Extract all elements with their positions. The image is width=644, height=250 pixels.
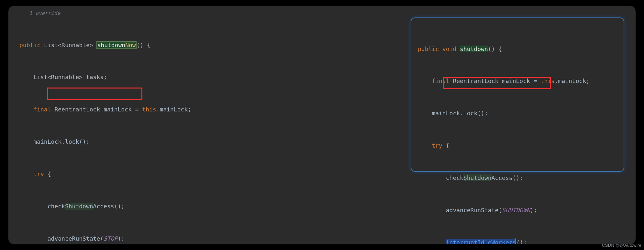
dot-mainlock: .mainLock;: [156, 106, 191, 113]
r-signature-line: public void shutdown() {: [418, 44, 624, 54]
r-check-hl: Shutdown: [463, 174, 492, 181]
line-mainlock-decl: final ReentrantLock mainLock = this.main…: [19, 104, 416, 115]
method-shutdownnow: shutdownNow: [96, 41, 136, 49]
check-prefix: check: [48, 203, 65, 210]
line-try: try {: [19, 169, 416, 179]
r-mainlock-decl: final ReentrantLock mainLock = this.main…: [418, 76, 624, 86]
r-line-advance: advanceRunState(SHUTDOWN);: [418, 205, 624, 215]
kw-this: this: [142, 106, 156, 113]
r-kw-try: try: [432, 142, 442, 149]
editor-frame: 1 override public List<Runnable> shutdow…: [8, 6, 636, 244]
type-runnable: Runnable: [61, 42, 90, 48]
brace-open: {: [44, 171, 51, 177]
right-code-panel[interactable]: public void shutdown() { final Reentrant…: [411, 17, 624, 172]
r-kw-this: this: [540, 78, 554, 84]
decl-tasks: List<Runnable> tasks;: [33, 74, 107, 80]
adv-const-stop: STOP: [104, 235, 117, 242]
kw-final: final: [33, 106, 51, 113]
hl-now: Now: [125, 42, 136, 48]
r-line-interruptidle: interruptIdleWorkers();: [418, 237, 624, 244]
r-adv: advanceRunState(: [446, 207, 502, 214]
type-reentrantlock: ReentrantLock: [54, 106, 100, 113]
r-method-shutdown: shutdown: [460, 46, 488, 52]
r-interruptidleworkers: interruptIdleWorkers: [446, 239, 516, 244]
r-var-mainlock: mainLock: [502, 78, 530, 84]
kw-try: try: [33, 171, 44, 177]
sig-tail: () {: [137, 42, 150, 48]
adv: advanceRunState(: [48, 235, 104, 242]
r-brace-open: {: [442, 142, 450, 149]
check-suffix: Access();: [93, 203, 125, 210]
kw-public: public: [19, 42, 40, 48]
r-kw-final: final: [432, 78, 449, 84]
r-eq: =: [530, 78, 541, 84]
r-line-checkaccess: checkShutdownAccess();: [418, 172, 624, 183]
hl-shutdown: shutdown: [97, 42, 125, 48]
r-lock-call: mainLock.lock();: [432, 110, 488, 117]
check-hl: Shutdown: [65, 203, 93, 210]
line-advance: advanceRunState(STOP);: [19, 233, 416, 244]
r-sig-tail: () {: [488, 46, 502, 52]
left-code-block[interactable]: public List<Runnable> shutdownNow() { Li…: [19, 18, 416, 244]
r-dot-mainlock: .mainLock;: [555, 78, 590, 84]
line-lock: mainLock.lock();: [19, 136, 416, 147]
line-decl-tasks: List<Runnable> tasks;: [19, 72, 416, 82]
r-check-suffix: Access();: [492, 174, 523, 181]
r-line-try: try {: [418, 140, 624, 151]
r-kw-public: public: [418, 46, 439, 52]
watermark: CSDN @@Autowire: [602, 242, 641, 249]
override-hint: 1 override: [29, 8, 60, 18]
r-adv-tail: );: [530, 207, 537, 214]
adv-tail: );: [117, 235, 125, 242]
lock-call: mainLock.lock();: [33, 138, 89, 145]
r-adv-const-shutdown: SHUTDOWN: [502, 207, 530, 214]
var-mainlock: mainLock: [104, 106, 132, 113]
type-list: List: [44, 42, 58, 48]
canvas: 1 override public List<Runnable> shutdow…: [0, 0, 644, 250]
left-signature-line: public List<Runnable> shutdownNow() {: [19, 40, 416, 50]
r-check-prefix: check: [446, 174, 463, 181]
r-type-lock: ReentrantLock: [453, 78, 498, 84]
r-line-lock: mainLock.lock();: [418, 108, 624, 119]
line-checkaccess: checkShutdownAccess();: [19, 201, 416, 212]
r-interruptidle-tail: ();: [516, 239, 527, 244]
eq: =: [132, 106, 142, 113]
r-kw-void: void: [442, 46, 456, 52]
